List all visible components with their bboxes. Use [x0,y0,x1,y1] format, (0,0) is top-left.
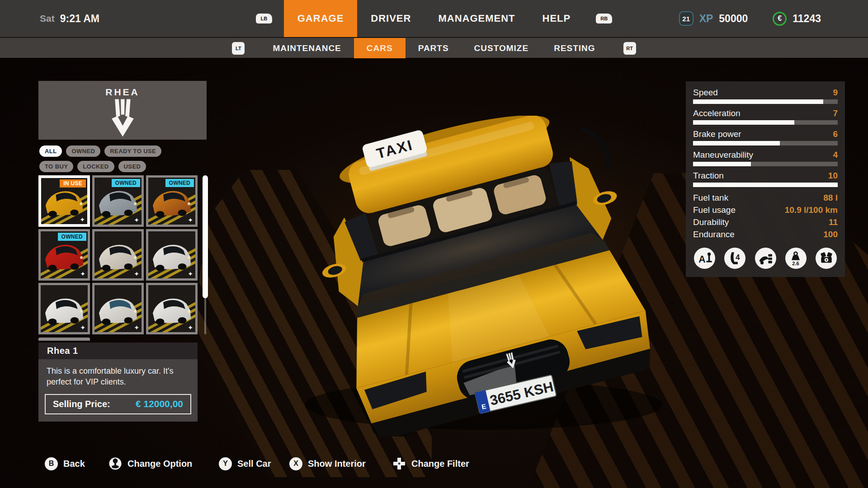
car-thumbnail-3[interactable]: OWNED✦ [146,175,198,227]
tab-management[interactable]: MANAGEMENT [425,0,528,37]
hotkey-label: Change Filter [411,459,469,469]
spec-value: 10.9 l/100 km [785,204,838,216]
seats-icon: 4 [724,248,745,269]
subtab-customize[interactable]: CUSTOMIZE [462,38,542,58]
car-thumbnail-1[interactable]: IN USE✦ [38,175,90,227]
car-thumbnail-5[interactable]: ✦ [92,229,144,281]
hotkey-label: Change Option [127,459,192,469]
filter-chip-all[interactable]: ALL [39,145,62,157]
transmission-icon: A [694,248,715,269]
money-value: 11243 [793,13,821,25]
stat-line: Traction10 [693,171,838,181]
thumb-badge-in-use: IN USE [60,179,86,188]
rt-button-icon[interactable]: RT [623,42,636,55]
spec-fuel-usage: Fuel usage10.9 l/100 km [693,204,838,216]
car-thumbnail-9[interactable]: ✦ [146,283,198,334]
xp-value: 50000 [719,13,748,25]
svg-text:2.6: 2.6 [793,260,800,266]
spec-durability: Durability11 [693,216,838,228]
car-feature-icons: A 4 [693,248,838,269]
stat-maneuverability: Maneuverability4 [693,150,838,166]
stat-label: Brake power [693,129,741,139]
sparkle-icon: ✦ [80,216,85,223]
subtab-resting[interactable]: RESTING [541,38,608,58]
subtab-cars[interactable]: CARS [354,38,406,58]
car-thumbnail-8[interactable]: ✦ [92,283,144,334]
hotkey-sell-car[interactable]: YSell Car [219,453,271,474]
stat-bar-fill [693,162,751,166]
level-badge: 21 [679,11,693,26]
grid-scrollbar-thumb[interactable] [203,175,208,298]
stat-line: Speed9 [693,88,838,98]
stat-label: Traction [693,171,724,181]
svg-text:A: A [698,253,705,264]
svg-text:4: 4 [736,253,740,262]
hotkey-label: Back [63,459,85,469]
b-button-icon: B [45,457,58,470]
car-name: Rhea 1 [47,346,78,356]
spec-rows: Fuel tank88 lFuel usage10.9 l/100 kmDura… [693,192,838,240]
spec-endurance: Endurance100 [693,228,838,240]
stat-bar-track [693,99,838,104]
car-thumbnail-6[interactable]: ✦ [146,229,198,281]
hotkey-show-interior[interactable]: XShow Interior [289,453,366,474]
subtab-maintenance[interactable]: MAINTENANCE [260,38,354,58]
stat-acceleration: Acceleration7 [693,108,838,125]
selling-price-value: € 12000,00 [136,399,183,409]
trunk-capacity-icon [755,248,776,269]
stat-traction: Traction10 [693,171,838,187]
car-thumbnail-2[interactable]: OWNED✦ [92,175,144,227]
car-info-card: Rhea 1 This is a comfortable luxury car.… [38,343,198,422]
dpad-icon [392,457,406,470]
filter-chip-owned[interactable]: OWNED [66,145,100,157]
stat-bar-fill [693,141,780,145]
spec-value: 100 [823,228,838,240]
brand-name: RHEA [38,87,207,98]
stat-speed: Speed9 [693,88,838,104]
stat-line: Acceleration7 [693,108,838,118]
hotkey-label: Show Interior [308,459,366,469]
stat-line: Brake power6 [693,129,838,139]
car-thumbnail-7[interactable]: ✦ [38,283,90,334]
taxi-render: TAXI [296,116,671,436]
sparkle-icon: ✦ [134,270,139,277]
garage-sub-nav: LT MAINTENANCECARSPARTSCUSTOMIZERESTING … [0,38,868,58]
rb-button-icon[interactable]: RB [596,14,612,23]
stat-label: Maneuverability [693,150,753,160]
hotkey-change-option[interactable]: Change Option [108,453,192,474]
stat-brake-power: Brake power6 [693,129,838,145]
stat-bar-fill [693,183,838,187]
stat-label: Speed [693,88,718,98]
sparkle-icon: ✦ [188,270,193,277]
sparkle-icon: ✦ [188,324,193,331]
hotkey-back[interactable]: BBack [45,453,85,474]
left-stick-icon [108,457,122,470]
filter-chip-ready-to-use[interactable]: READY TO USE [104,145,161,157]
car-stats-panel: Speed9Acceleration7Brake power6Maneuvera… [686,81,845,277]
tab-driver[interactable]: DRIVER [357,0,425,37]
stat-value: 10 [828,171,838,181]
sparkle-icon: ✦ [188,216,193,224]
top-bar: Sat 9:21 AM LB GARAGEDRIVERMANAGEMENTHEL… [0,0,868,37]
engine-icon [816,248,837,269]
lt-button-icon[interactable]: LT [232,42,245,55]
car-grid: IN USE✦ OWNED✦ OWNED✦ [38,175,198,334]
brand-card: RHEA [38,81,207,140]
filter-chip-locked[interactable]: LOCKED [77,161,114,172]
tab-help[interactable]: HELP [529,0,585,37]
garage-screen: Sat 9:21 AM LB GARAGEDRIVERMANAGEMENTHEL… [0,0,868,488]
subtab-parts[interactable]: PARTS [406,38,462,58]
thumb-badge-owned: OWNED [58,233,87,241]
hotkey-change-filter[interactable]: Change Filter [392,453,469,474]
filter-chip-used[interactable]: USED [118,161,146,172]
sparkle-icon: ✦ [80,270,85,277]
stat-bars: Speed9Acceleration7Brake power6Maneuvera… [693,88,838,187]
x-button-icon: X [289,457,302,470]
thumb-badge-owned: OWNED [165,179,194,187]
lb-button-icon[interactable]: LB [256,14,272,23]
spec-label: Durability [693,216,729,228]
car-thumbnail-4[interactable]: OWNED✦ [38,229,90,281]
sparkle-icon: ✦ [80,324,85,331]
tab-garage[interactable]: GARAGE [284,0,358,37]
filter-chip-to-buy[interactable]: TO BUY [39,161,73,172]
